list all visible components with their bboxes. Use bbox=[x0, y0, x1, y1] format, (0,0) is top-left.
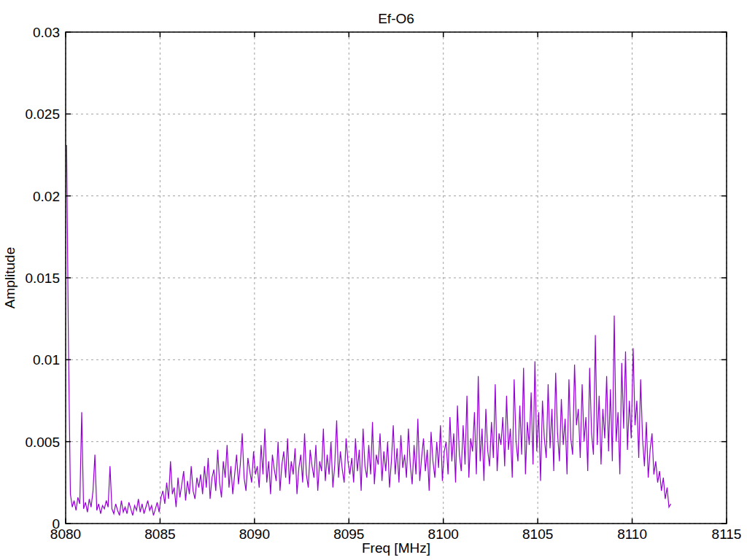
spectrum-line bbox=[66, 145, 670, 516]
y-tick-label: 0.03 bbox=[33, 25, 60, 40]
y-tick-label: 0.025 bbox=[25, 106, 60, 122]
x-tick-label: 8105 bbox=[522, 526, 553, 542]
y-tick-label: 0.01 bbox=[33, 352, 60, 368]
y-tick-label: 0.02 bbox=[33, 189, 60, 204]
spectrum-chart: Ef-O6 Freq [MHz] Amplitude 8080808580908… bbox=[0, 0, 747, 560]
x-tick-label: 8110 bbox=[617, 526, 647, 542]
x-tick-label: 8095 bbox=[333, 526, 364, 542]
y-tick-label: 0 bbox=[52, 516, 60, 532]
x-tick-label: 8100 bbox=[428, 526, 459, 542]
x-axis-label: Freq [MHz] bbox=[362, 540, 430, 556]
chart-title: Ef-O6 bbox=[378, 11, 414, 26]
y-tick-label: 0.005 bbox=[25, 435, 60, 450]
chart-window: Ef-O6 Freq [MHz] Amplitude 8080808580908… bbox=[0, 0, 747, 560]
x-tick-label: 8090 bbox=[239, 526, 270, 542]
x-tick-label: 8115 bbox=[712, 526, 742, 542]
x-tick-label: 8085 bbox=[144, 526, 175, 542]
y-axis-label: Amplitude bbox=[2, 247, 18, 309]
y-tick-label: 0.015 bbox=[25, 271, 60, 286]
